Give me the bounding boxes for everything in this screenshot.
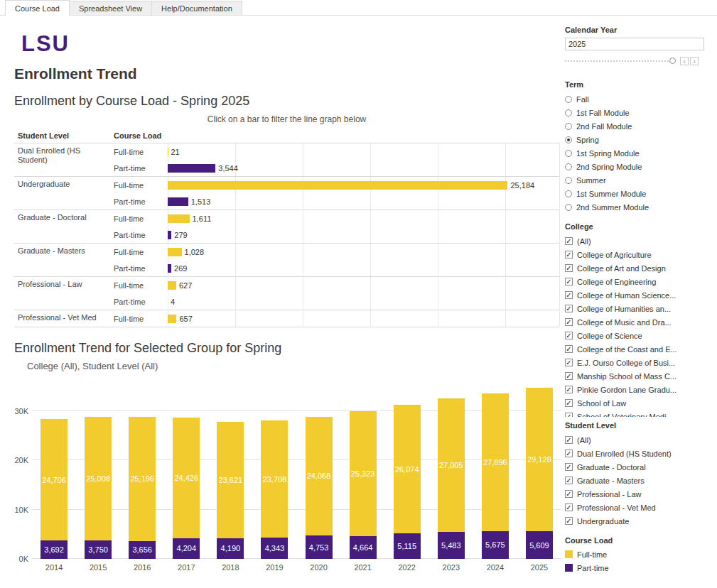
term-option-2nd-fall-module[interactable]: 2nd Fall Module	[565, 119, 711, 133]
segment-full-time-2024[interactable]: 27,896	[482, 393, 509, 531]
student-level-option-professional-law[interactable]: ✓Professional - Law	[565, 487, 711, 501]
trend-bar-2024[interactable]: 27,8965,675	[482, 381, 509, 559]
bar-professional-law-full-time[interactable]	[168, 281, 176, 290]
college-option-school-of-veterinary-medi[interactable]: ✓School of Veterinary Medi...	[565, 410, 711, 417]
x-tick-label: 2018	[222, 563, 239, 572]
college-option-e-j-ourso-college-of-busi[interactable]: ✓E.J. Ourso College of Busi...	[565, 356, 711, 369]
college-option-all[interactable]: ✓(All)	[565, 234, 711, 248]
student-level-option-undergraduate[interactable]: ✓Undergraduate	[565, 514, 711, 528]
college-option-manship-school-of-mass-c[interactable]: ✓Manship School of Mass C...	[565, 369, 711, 383]
college-option-college-of-art-and-design[interactable]: ✓College of Art and Design	[565, 261, 711, 275]
segment-part-time-2025[interactable]: 5,609	[526, 531, 553, 559]
calendar-year-input[interactable]	[565, 38, 704, 50]
bar-graduate-masters-full-time[interactable]	[168, 248, 182, 256]
option-label: Undergraduate	[577, 517, 629, 526]
term-option-2nd-summer-module[interactable]: 2nd Summer Module	[565, 200, 711, 214]
term-option-1st-spring-module[interactable]: 1st Spring Module	[565, 146, 711, 160]
segment-part-time-2024[interactable]: 5,675	[482, 531, 509, 559]
legend-item-part-time[interactable]: Part-time	[565, 561, 711, 575]
tab-help-documentation[interactable]: Help/Documentation	[151, 1, 242, 15]
course-load-rows: Full-time657	[110, 310, 559, 327]
segment-full-time-2018[interactable]: 23,621	[217, 422, 244, 538]
student-level-label: Professional - Vet Med	[14, 313, 107, 322]
student-level-option-professional-vet-med[interactable]: ✓Professional - Vet Med	[565, 501, 711, 514]
trend-bar-2020[interactable]: 24,0684,753	[306, 381, 333, 559]
trend-bar-2019[interactable]: 23,7084,343	[261, 381, 288, 559]
segment-full-time-2014[interactable]: 24,706	[41, 419, 68, 541]
term-option-2nd-spring-module[interactable]: 2nd Spring Module	[565, 160, 711, 173]
bar-undergraduate-part-time[interactable]	[168, 197, 188, 206]
course-load-rows: Full-time1,028Part-time269	[110, 244, 559, 276]
checkbox-checked-icon: ✓	[565, 450, 573, 457]
trend-bar-2014[interactable]: 24,7063,692	[41, 381, 68, 559]
trend-bar-2015[interactable]: 25,0083,750	[85, 381, 112, 559]
tab-spreadsheet-view[interactable]: Spreadsheet View	[69, 1, 152, 15]
college-option-school-of-law[interactable]: ✓School of Law	[565, 396, 711, 410]
slider-prev-button[interactable]: ‹	[680, 57, 689, 65]
college-option-college-of-engineering[interactable]: ✓College of Engineering	[565, 275, 711, 288]
bar-undergraduate-full-time[interactable]	[168, 181, 507, 190]
segment-part-time-2017[interactable]: 4,204	[173, 538, 200, 559]
segment-full-time-2022[interactable]: 26,074	[394, 405, 421, 533]
student-level-option-all[interactable]: ✓(All)	[565, 433, 711, 447]
segment-part-time-2016[interactable]: 3,656	[129, 541, 156, 559]
student-level-label: Undergraduate	[14, 180, 107, 189]
college-option-college-of-human-science[interactable]: ✓College of Human Science...	[565, 288, 711, 302]
trend-bar-2018[interactable]: 23,6214,190	[217, 381, 244, 559]
term-option-fall[interactable]: Fall	[565, 92, 711, 106]
slider-track[interactable]	[565, 60, 672, 62]
trend-bar-2016[interactable]: 25,1963,656	[129, 381, 156, 559]
college-option-college-of-agriculture[interactable]: ✓College of Agriculture	[565, 248, 711, 261]
calendar-year-slider[interactable]: ‹ ›	[565, 55, 704, 66]
segment-part-time-2021[interactable]: 4,664	[350, 536, 377, 559]
bar-professional-vet-med-full-time[interactable]	[168, 315, 176, 323]
term-option-summer[interactable]: Summer	[565, 173, 711, 187]
checkbox-checked-icon: ✓	[565, 345, 573, 353]
bar-dual-enrolled-hs-student-part-time[interactable]	[168, 164, 215, 173]
segment-part-time-2018[interactable]: 4,190	[217, 538, 244, 559]
segment-part-time-2020[interactable]: 4,753	[306, 535, 333, 559]
trend-bar-2025[interactable]: 29,1285,609	[526, 381, 553, 559]
trend-bar-2017[interactable]: 24,4264,204	[173, 381, 200, 559]
college-option-college-of-music-and-dra[interactable]: ✓College of Music and Dra...	[565, 315, 711, 329]
segment-part-time-2023[interactable]: 5,483	[438, 532, 465, 559]
segment-full-time-2020[interactable]: 24,068	[306, 417, 333, 535]
student-level-option-dual-enrolled-hs-student[interactable]: ✓Dual Enrolled (HS Student)	[565, 447, 711, 460]
segment-part-time-2015[interactable]: 3,750	[85, 540, 112, 559]
segment-full-time-2021[interactable]: 25,323	[350, 411, 377, 536]
segment-part-time-2014[interactable]: 3,692	[41, 540, 68, 559]
trend-bar-2023[interactable]: 27,0055,483	[438, 381, 465, 559]
radio-icon	[565, 109, 572, 116]
segment-full-time-2025[interactable]: 29,128	[526, 388, 553, 531]
segment-full-time-2016[interactable]: 25,196	[129, 417, 156, 541]
segment-full-time-2015[interactable]: 25,008	[85, 417, 112, 540]
option-label: (All)	[577, 237, 591, 246]
college-option-college-of-science[interactable]: ✓College of Science	[565, 329, 711, 342]
trend-bar-2022[interactable]: 26,0745,115	[394, 381, 421, 559]
college-option-college-of-the-coast-and-e[interactable]: ✓College of the Coast and E...	[565, 342, 711, 356]
legend-item-full-time[interactable]: Full-time	[565, 548, 711, 561]
bar-graduate-doctoral-part-time[interactable]	[168, 231, 171, 239]
segment-full-time-2017[interactable]: 24,426	[173, 418, 200, 538]
slider-next-button[interactable]: ›	[690, 57, 699, 65]
student-level-option-graduate-doctoral[interactable]: ✓Graduate - Doctoral	[565, 460, 711, 474]
segment-part-time-2022[interactable]: 5,115	[394, 533, 421, 559]
student-level-option-graduate-masters[interactable]: ✓Graduate - Masters	[565, 474, 711, 487]
bar-graduate-doctoral-full-time[interactable]	[168, 214, 190, 223]
segment-full-time-2019[interactable]: 23,708	[261, 420, 288, 538]
term-option-spring[interactable]: Spring	[565, 133, 711, 146]
segment-value-label: 25,196	[130, 474, 154, 483]
college-option-pinkie-gordon-lane-gradu[interactable]: ✓Pinkie Gordon Lane Gradu...	[565, 383, 711, 396]
course-load-rows: Full-time627Part-time4	[110, 277, 559, 310]
term-option-1st-summer-module[interactable]: 1st Summer Module	[565, 187, 711, 200]
segment-part-time-2019[interactable]: 4,343	[261, 538, 288, 559]
slider-handle[interactable]	[669, 58, 676, 64]
bar-graduate-masters-part-time[interactable]	[168, 264, 171, 273]
course-load-rows: Full-time1,611Part-time279	[110, 210, 559, 243]
segment-full-time-2023[interactable]: 27,005	[438, 398, 465, 532]
college-option-college-of-humanities-an[interactable]: ✓College of Humanities an...	[565, 302, 711, 315]
term-option-1st-fall-module[interactable]: 1st Fall Module	[565, 106, 711, 119]
tab-course-load[interactable]: Course Load	[5, 0, 70, 16]
segment-value-label: 23,621	[219, 476, 243, 484]
trend-bar-2021[interactable]: 25,3234,664	[350, 381, 377, 559]
